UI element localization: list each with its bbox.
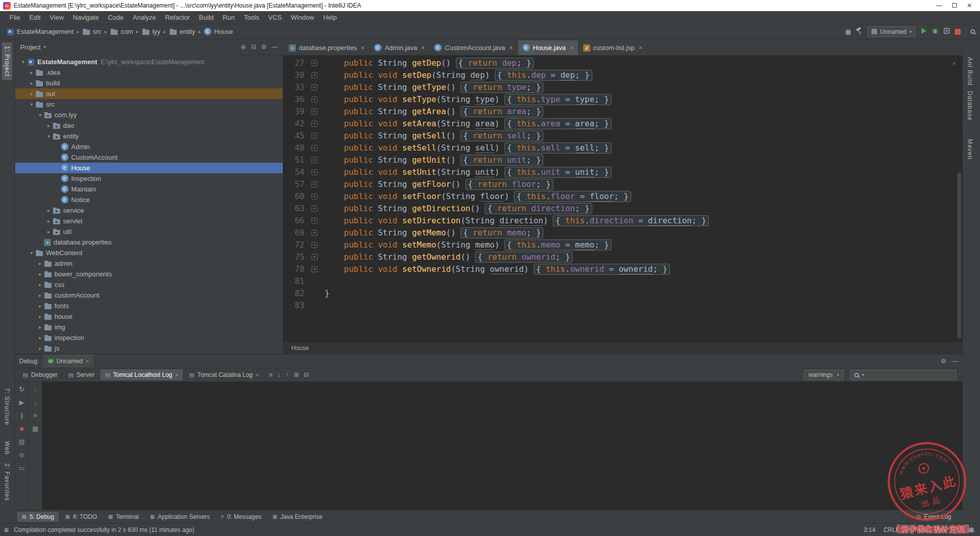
filter-list-icon[interactable]: ≡ xyxy=(33,412,37,419)
tree-item-dao[interactable]: ▸dao xyxy=(15,120,283,131)
layout-grid-icon[interactable]: ▦ xyxy=(32,425,38,432)
fold-marker-icon[interactable]: + xyxy=(312,60,318,66)
toolwindow-button-java-enterprise[interactable]: ▦Java Enterprise xyxy=(268,512,327,522)
tab-customaccount-java[interactable]: CCustomAccount.java× xyxy=(430,40,518,55)
close-icon[interactable]: × xyxy=(509,44,513,52)
tab-custom-list-jsp[interactable]: Jcustom-list.jsp× xyxy=(579,40,647,55)
tree-item-img[interactable]: ▸img xyxy=(15,322,283,332)
line-separator[interactable]: CRLF: xyxy=(884,526,901,533)
run-button[interactable] xyxy=(920,27,927,36)
tree-item-css[interactable]: ▸css xyxy=(15,279,283,290)
toolwindow-button-application-servers[interactable]: ▦Application Servers xyxy=(145,512,215,522)
menu-item-navigate[interactable]: Navigate xyxy=(68,14,103,21)
indent-style[interactable]: Tab* xyxy=(936,526,948,533)
hide-panel-icon[interactable]: — xyxy=(272,43,278,51)
folded-region[interactable]: { this.ownerid = ownerid; } xyxy=(534,264,670,275)
close-icon[interactable]: × xyxy=(255,372,259,378)
folded-region[interactable]: { this.memo = memo; } xyxy=(504,239,611,251)
debug-button[interactable] xyxy=(932,27,939,36)
fold-marker-icon[interactable]: + xyxy=(312,169,318,175)
tree-item-build[interactable]: ▸build xyxy=(15,78,283,88)
hide-panel-icon[interactable]: — xyxy=(952,358,958,365)
tree-item-servlet[interactable]: ▸servlet xyxy=(15,216,283,226)
fold-marker-icon[interactable]: + xyxy=(312,84,318,90)
debug-tab-server[interactable]: ▤Server xyxy=(64,369,99,380)
tab-database-properties[interactable]: ≡database.properties× xyxy=(284,40,370,55)
step-up-icon[interactable]: ↑ xyxy=(34,386,37,393)
lock-icon[interactable] xyxy=(956,528,961,531)
folded-region[interactable]: { return dep; } xyxy=(456,58,534,69)
folded-region[interactable]: { return direction; } xyxy=(485,203,592,214)
scroll-up-icon[interactable]: ↑ xyxy=(286,371,289,378)
folded-region[interactable]: { return floor; } xyxy=(466,179,553,190)
folded-region[interactable]: { return unit; } xyxy=(460,155,543,166)
fold-marker-icon[interactable]: + xyxy=(312,121,318,127)
breadcrumb-item-entity[interactable]: entity xyxy=(168,28,196,36)
tree-item-bower-components[interactable]: ▸bower_components xyxy=(15,269,283,279)
debug-session-tab[interactable]: Unnamed × xyxy=(43,354,94,368)
breadcrumb-class[interactable]: House xyxy=(291,345,309,352)
soft-wrap-icon[interactable]: ≡ xyxy=(269,371,273,378)
folded-region[interactable]: { return area; } xyxy=(460,106,543,117)
log-search-input[interactable]: ▾ xyxy=(850,370,956,380)
toolwindow-event-log[interactable]: ▤ Event Log xyxy=(912,512,956,522)
caret-position[interactable]: 3:14 xyxy=(864,526,875,533)
code-editor[interactable]: 27+public String getDep() { return dep; … xyxy=(283,56,962,342)
search-icon[interactable] xyxy=(970,29,975,34)
settings-gear-icon[interactable]: ⚙ xyxy=(941,358,946,365)
folded-region[interactable]: { this.direction = direction; } xyxy=(553,215,709,226)
tree-item-entity[interactable]: ▾entity xyxy=(15,131,283,141)
file-encoding[interactable]: UTF-8: xyxy=(909,526,928,533)
expand-all-icon[interactable]: ⊞ xyxy=(294,371,299,378)
tree-item-admin[interactable]: ▸admin xyxy=(15,258,283,269)
clear-icon[interactable]: ▭ xyxy=(19,465,25,471)
folded-region[interactable]: { return type; } xyxy=(460,82,543,93)
folded-region[interactable]: { this.dep = dep; } xyxy=(495,70,592,81)
menu-item-view[interactable]: View xyxy=(45,14,68,21)
fold-marker-icon[interactable]: + xyxy=(312,230,318,236)
tree-item-maintain[interactable]: CMaintain xyxy=(15,184,283,194)
tree-item-house[interactable]: CHouse xyxy=(15,163,283,173)
tab-house-java[interactable]: CHouse.java× xyxy=(518,40,579,55)
breadcrumb-item-house[interactable]: CHouse xyxy=(203,28,234,35)
menu-item-refactor[interactable]: Refactor xyxy=(161,14,194,21)
inspection-status-icon[interactable]: ✓ xyxy=(952,57,956,69)
tree-item-house[interactable]: ▸house xyxy=(15,311,283,322)
tree-item-notice[interactable]: CNotice xyxy=(15,194,283,205)
menu-item-analyze[interactable]: Analyze xyxy=(128,14,161,21)
hector-inspector-icon[interactable] xyxy=(969,527,974,532)
tree-item-estatemanagement[interactable]: ▾EstateManagementE:\ylrc_workspace\Estat… xyxy=(15,57,283,67)
toolwindow-button-terminal[interactable]: ▦Terminal xyxy=(104,512,143,522)
tree-item-admin[interactable]: CAdmin xyxy=(15,141,283,152)
tree-item-customaccount[interactable]: CCustomAccount xyxy=(15,152,283,163)
tree-item-webcontent[interactable]: ▾WebContent xyxy=(15,248,283,258)
build-hammer-icon[interactable] xyxy=(855,27,863,36)
toolwindow-button-database[interactable]: Database xyxy=(965,87,975,124)
tree-item-service[interactable]: ▸service xyxy=(15,205,283,216)
fold-marker-icon[interactable]: + xyxy=(312,109,318,115)
fold-marker-icon[interactable]: + xyxy=(312,206,318,212)
fold-marker-icon[interactable]: + xyxy=(312,145,318,151)
folded-region[interactable]: { this.floor = floor; } xyxy=(514,191,631,202)
toolwindow-button-ant-build[interactable]: Ant Build xyxy=(965,54,975,89)
log-level-filter[interactable]: warnings ▾ xyxy=(804,370,844,380)
toolwindow-button-2-favorites[interactable]: 2: Favorites xyxy=(2,460,12,505)
close-icon[interactable]: × xyxy=(570,44,574,52)
close-icon[interactable]: × xyxy=(86,358,89,364)
folded-region[interactable]: { this.sell = sell; } xyxy=(504,142,611,154)
settings-gear-icon[interactable]: ⚙ xyxy=(261,43,267,51)
breadcrumb-item-lyy[interactable]: lyy xyxy=(141,28,162,36)
collapse-all-icon[interactable]: ⊟ xyxy=(304,371,309,378)
tree-item-js[interactable]: ▸js xyxy=(15,343,283,354)
tree-item-fonts[interactable]: ▸fonts xyxy=(15,301,283,311)
folded-region[interactable]: { return memo; } xyxy=(460,227,543,238)
fold-marker-icon[interactable]: + xyxy=(312,242,318,248)
fold-marker-icon[interactable]: + xyxy=(312,96,318,103)
tree-item-com-lyy[interactable]: ▾com.lyy xyxy=(15,110,283,120)
toolwindow-button-7-structure[interactable]: 7: Structure xyxy=(2,384,12,429)
fold-marker-icon[interactable]: + xyxy=(312,181,318,187)
scroll-down-icon[interactable]: ↓ xyxy=(278,371,281,378)
minimize-button[interactable]: — xyxy=(932,2,947,9)
menu-item-window[interactable]: Window xyxy=(286,14,319,21)
maximize-button[interactable] xyxy=(947,2,962,9)
